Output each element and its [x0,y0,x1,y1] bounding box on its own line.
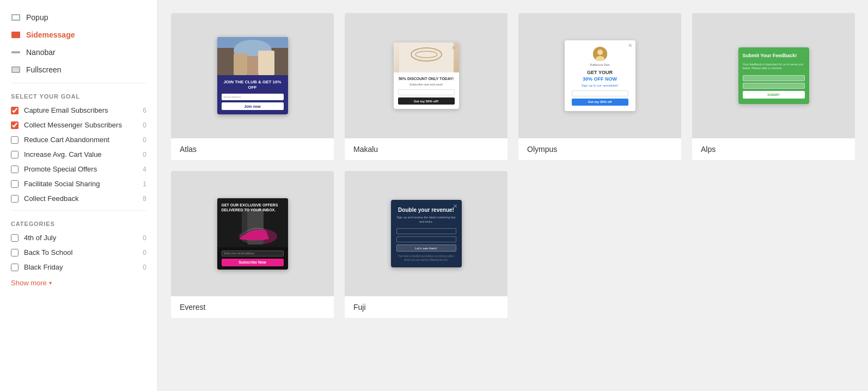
fuji-cta-button: Let's see them! [396,245,456,252]
fuji-sub: Sign up and receive the latest marketing… [396,216,456,224]
atlas-title: JOIN THE CLUB & GET 10% OFF [222,80,284,91]
goal-collect-feedback[interactable]: Collect Feedback 8 [0,191,157,206]
makalu-discount-text: 50% DISCOUNT ONLY TODAY! [398,77,455,81]
goal-increase-cart-label: Increase Avg. Cart Value [24,150,102,158]
goal-capture-email[interactable]: Capture Email Subscribers 6 [0,103,157,118]
everest-text-overlay: GET OUR EXCLUSIVE OFFERS DELIVERED TO YO… [222,203,284,213]
goal-reduce-cart-checkbox[interactable] [11,136,19,144]
atlas-body: JOIN THE CLUB & GET 10% OFF Email addres… [217,75,288,115]
goal-promote-offers-label: Promote Special Offers [24,165,97,173]
makalu-cta-button: Get my 50% off! [398,97,455,105]
goal-reduce-cart-label: Reduce Cart Abandonment [24,136,109,144]
category-4th-july[interactable]: 4th of July 0 [0,230,157,245]
template-card-atlas[interactable]: JOIN THE CLUB & GET 10% OFF Email addres… [171,13,334,160]
olympus-sub: Sign up to our newsletter! [565,84,635,87]
everest-subscribe-button: Subscribe Now [222,259,284,266]
chevron-down-icon: ▾ [49,280,52,286]
goal-collect-messenger-label: Collect Messenger Subscribers [24,121,122,129]
goal-collect-messenger-checkbox[interactable] [11,121,19,129]
fuji-email-input [396,236,456,242]
makalu-sub-text: Subscribe now and save! [398,83,455,86]
template-card-alps[interactable]: Submit Your Feedback! Your feedback is i… [692,13,855,160]
atlas-template-name: Atlas [171,138,334,160]
category-black-friday-label: Black Friday [24,263,63,271]
fuji-popup: ✕ Double your revenue! Sign up and recei… [391,200,462,267]
olympus-close-icon: ✕ [628,42,632,48]
goal-promote-offers-checkbox[interactable] [11,166,19,173]
template-card-everest[interactable]: ✕ GET OUR EXCLUSIVE OFFERS DELI [171,171,334,318]
goal-facilitate-sharing-checkbox[interactable] [11,180,19,188]
sidebar-item-popup-label: Popup [26,13,48,22]
divider-2 [11,210,146,211]
everest-email-input: Enter your email address [222,251,284,256]
template-card-makalu[interactable]: ✕ 50% DISCOUNT ONLY TODAY! Subscribe now… [345,13,508,160]
makalu-email-input [398,89,455,95]
svg-rect-4 [258,51,274,75]
goal-capture-email-label: Capture Email Subscribers [24,106,108,114]
alps-desc: Your feedback is important for us to ser… [743,63,805,71]
template-preview-atlas: JOIN THE CLUB & GET 10% OFF Email addres… [171,13,334,138]
category-black-friday-checkbox[interactable] [11,264,19,271]
category-black-friday[interactable]: Black Friday 0 [0,260,157,274]
category-4th-july-count: 0 [143,234,146,242]
alps-popup: Submit Your Feedback! Your feedback is i… [738,47,809,104]
everest-template-name: Everest [171,296,334,318]
makalu-close-icon: ✕ [451,45,456,51]
sidebar-item-fullscreen-label: Fullscreen [26,65,62,74]
template-preview-alps: Submit Your Feedback! Your feedback is i… [692,13,855,138]
sidebar: Popup Sidemessage Nanobar Fullscreen SEL… [0,0,158,391]
alps-field-2 [743,83,805,89]
makalu-template-name: Makalu [345,138,508,160]
makalu-popup: ✕ 50% DISCOUNT ONLY TODAY! Subscribe now… [394,42,459,109]
svg-rect-5 [247,56,258,75]
category-back-to-school-label: Back To School [24,248,72,256]
fuji-footer-text: Your data is handled according to our pr… [396,255,456,262]
everest-popup: ✕ GET OUR EXCLUSIVE OFFERS DELI [217,198,288,270]
category-4th-july-checkbox[interactable] [11,234,19,242]
fuji-title: Double your revenue! [396,206,456,213]
everest-image: GET OUR EXCLUSIVE OFFERS DELIVERED TO YO… [217,198,288,247]
category-back-to-school[interactable]: Back To School 0 [0,245,157,260]
category-back-to-school-checkbox[interactable] [11,249,19,256]
everest-body: Enter your email address Subscribe Now [217,247,288,270]
olympus-avatar [593,47,607,61]
atlas-join-button: Join now [222,102,284,110]
goal-collect-messenger[interactable]: Collect Messenger Subscribers 0 [0,118,157,132]
olympus-email-input [572,90,628,96]
atlas-popup: JOIN THE CLUB & GET 10% OFF Email addres… [217,37,288,115]
sidemessage-icon [11,31,21,39]
olympus-user-name: Rebecca Doe [565,63,635,66]
goal-reduce-cart[interactable]: Reduce Cart Abandonment 0 [0,132,157,147]
sidebar-item-popup[interactable]: Popup [0,9,157,26]
sidebar-item-sidemessage[interactable]: Sidemessage [0,26,157,44]
template-preview-makalu: ✕ 50% DISCOUNT ONLY TODAY! Subscribe now… [345,13,508,138]
atlas-email-input: Email address [222,94,284,100]
sidebar-item-fullscreen[interactable]: Fullscreen [0,61,157,78]
template-card-olympus[interactable]: ✕ Rebecca Doe GET YOUR 30% OFF NOW Sign … [518,13,681,160]
goal-increase-cart-checkbox[interactable] [11,151,19,158]
category-black-friday-count: 0 [143,264,146,271]
goal-capture-email-checkbox[interactable] [11,107,19,114]
show-more-button[interactable]: Show more ▾ [0,274,157,291]
goal-promote-offers[interactable]: Promote Special Offers 4 [0,162,157,176]
goal-promote-offers-count: 4 [143,166,146,173]
goal-increase-cart[interactable]: Increase Avg. Cart Value 0 [0,147,157,162]
main-content: JOIN THE CLUB & GET 10% OFF Email addres… [158,0,868,391]
goals-section-label: SELECT YOUR GOAL [0,88,157,103]
goal-collect-feedback-label: Collect Feedback [24,194,78,203]
olympus-template-name: Olympus [518,138,681,160]
goal-facilitate-sharing-count: 1 [143,180,146,188]
sidebar-item-nanobar[interactable]: Nanobar [0,44,157,61]
divider-1 [11,83,146,83]
fuji-close-icon: ✕ [453,203,457,209]
goal-collect-feedback-checkbox[interactable] [11,195,19,203]
fullscreen-icon [11,66,21,74]
goal-facilitate-sharing[interactable]: Facilitate Social Sharing 1 [0,176,157,191]
olympus-popup: ✕ Rebecca Doe GET YOUR 30% OFF NOW Sign … [565,40,635,111]
alps-template-name: Alps [692,138,855,160]
goal-capture-email-count: 6 [143,107,146,114]
svg-point-10 [597,50,603,55]
template-card-fuji[interactable]: ✕ Double your revenue! Sign up and recei… [345,171,508,318]
goal-increase-cart-count: 0 [143,151,146,158]
goal-reduce-cart-count: 0 [143,136,146,144]
